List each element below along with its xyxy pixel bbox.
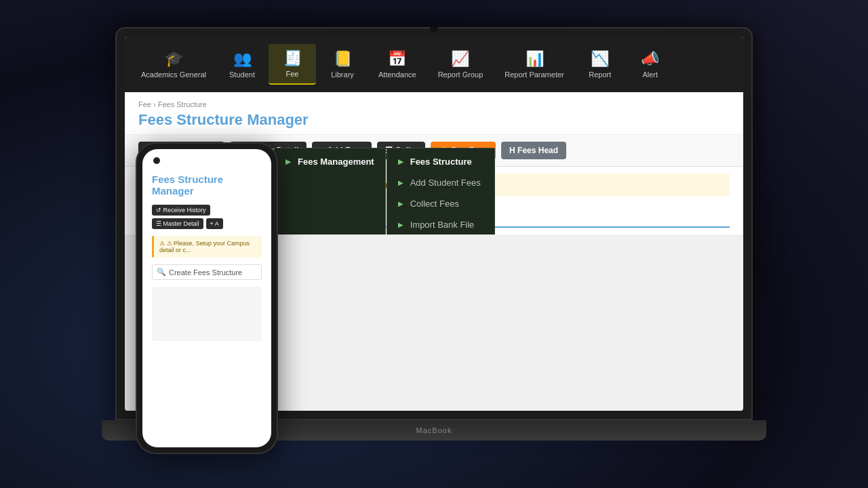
phone-warning: ⚠ ⚠ Please, Setup your Campus detail or … bbox=[152, 236, 262, 258]
nav-item-report-parameter[interactable]: 📊 Report Parameter bbox=[495, 45, 573, 84]
breadcrumb: Fee › Fees Structure bbox=[138, 100, 730, 108]
phone: Fees Structure Manager ↺ Receive History… bbox=[136, 142, 278, 454]
collect-fees-label: Collect Fees bbox=[410, 199, 459, 209]
fee-icon: 🧾 bbox=[283, 49, 302, 67]
laptop-camera bbox=[430, 27, 438, 33]
nav-item-student[interactable]: 👥 Student bbox=[218, 45, 266, 84]
phone-search-icon: 🔍 bbox=[157, 268, 166, 277]
page-title: Fees Structure Manager bbox=[138, 111, 730, 129]
add-student-fees-arrow-icon: ▶ bbox=[398, 179, 403, 186]
add-student-fees-label: Add Student Fees bbox=[410, 178, 481, 188]
phone-toolbar: ↺ Receive History ☰ Master Detail + A bbox=[152, 205, 262, 229]
collect-fees-arrow-icon: ▶ bbox=[398, 200, 403, 207]
dropdown-add-student-fees[interactable]: ▶ Add Student Fees bbox=[387, 172, 494, 193]
nav-item-fee[interactable]: 🧾 Fee bbox=[269, 44, 316, 85]
library-icon: 📒 bbox=[334, 50, 352, 68]
nav-label-attendance: Attendance bbox=[378, 70, 416, 79]
nav-label-student: Student bbox=[229, 70, 255, 79]
dropdown-fees-management-label: Fees Management bbox=[298, 157, 374, 167]
nav-item-library[interactable]: 📒 Library bbox=[319, 45, 366, 84]
report-parameter-icon: 📊 bbox=[526, 50, 544, 68]
fees-structure-arrow-icon: ▶ bbox=[398, 158, 403, 165]
fees-head-button[interactable]: H Fees Head bbox=[501, 142, 566, 159]
dropdown-fees-management[interactable]: ▶ Fees Management bbox=[275, 151, 385, 172]
phone-search-label: Create Fees Structure bbox=[169, 268, 242, 277]
dropdown-overlay: ▶ Fees Management ▶ Fees Structure ▶ bbox=[274, 148, 495, 235]
import-bank-file-arrow-icon: ▶ bbox=[398, 221, 403, 228]
nav-label-library: Library bbox=[331, 70, 354, 79]
attendance-icon: 📅 bbox=[388, 50, 406, 68]
phone-camera-dot bbox=[153, 157, 160, 164]
report-group-icon: 📈 bbox=[451, 50, 469, 68]
alert-icon: 📣 bbox=[641, 50, 659, 68]
phone-master-detail-button[interactable]: ☰ Master Detail bbox=[152, 218, 203, 229]
nav-item-attendance[interactable]: 📅 Attendance bbox=[369, 45, 426, 84]
phone-content: Fees Structure Manager ↺ Receive History… bbox=[142, 149, 271, 350]
page-header: Fee › Fees Structure Fees Structure Mana… bbox=[125, 92, 743, 135]
report-icon: 📉 bbox=[591, 50, 609, 68]
dropdown-collect-fees[interactable]: ▶ Collect Fees bbox=[387, 193, 494, 214]
laptop-brand-label: MacBook bbox=[416, 426, 452, 434]
nav-bar: 🎓 Academics General 👥 Student 🧾 Fee 📒 Li… bbox=[125, 37, 743, 92]
nav-label-report-group: Report Group bbox=[438, 70, 484, 79]
student-icon: 👥 bbox=[233, 50, 252, 68]
phone-add-button[interactable]: + A bbox=[206, 218, 223, 229]
dropdown-arrow-icon: ▶ bbox=[285, 158, 291, 165]
nav-item-academics-general[interactable]: 🎓 Academics General bbox=[132, 45, 216, 84]
nav-item-report-group[interactable]: 📈 Report Group bbox=[429, 45, 493, 84]
nav-label-report: Report bbox=[589, 70, 611, 79]
dropdown-secondary: ▶ Fees Structure ▶ Add Student Fees ▶ Co… bbox=[387, 148, 495, 235]
phone-screen: Fees Structure Manager ↺ Receive History… bbox=[142, 149, 271, 447]
nav-label-fee: Fee bbox=[286, 70, 299, 78]
phone-warning-text: ⚠ Please, Setup your Campus detail or c.… bbox=[159, 240, 250, 253]
phone-search[interactable]: 🔍 Create Fees Structure bbox=[152, 264, 262, 280]
dropdown-fees-structure[interactable]: ▶ Fees Structure bbox=[387, 151, 494, 172]
nav-label-alert: Alert bbox=[642, 70, 658, 79]
dropdown-primary: ▶ Fees Management bbox=[274, 148, 386, 235]
nav-label-report-parameter: Report Parameter bbox=[505, 70, 564, 79]
phone-receive-history-button[interactable]: ↺ Receive History bbox=[152, 205, 210, 216]
fees-structure-label: Fees Structure bbox=[410, 157, 472, 167]
import-bank-file-label: Import Bank File bbox=[410, 220, 475, 230]
phone-warning-icon: ⚠ bbox=[159, 240, 165, 247]
phone-page-title: Fees Structure Manager bbox=[152, 174, 262, 197]
nav-item-alert[interactable]: 📣 Alert bbox=[627, 45, 674, 84]
phone-table-area bbox=[152, 287, 262, 341]
academics-general-icon: 🎓 bbox=[165, 50, 183, 68]
nav-item-report[interactable]: 📉 Report bbox=[576, 45, 624, 84]
dropdown-import-bank-file[interactable]: ▶ Import Bank File bbox=[387, 214, 494, 235]
nav-label-academics-general: Academics General bbox=[141, 70, 206, 79]
